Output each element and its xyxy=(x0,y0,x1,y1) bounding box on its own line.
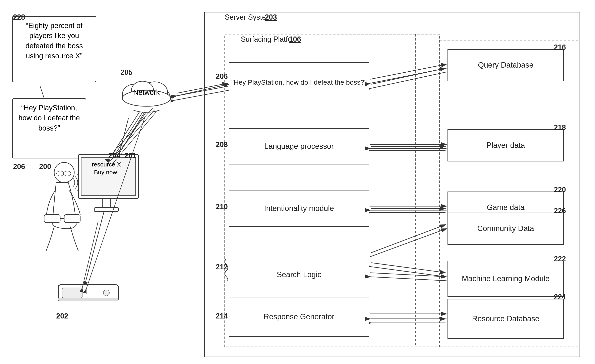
svg-line-69 xyxy=(370,277,446,281)
ref-204: 204 xyxy=(108,151,120,160)
ref-220: 220 xyxy=(554,186,566,194)
network-cloud: Network xyxy=(116,72,177,119)
ref-206: 206 xyxy=(216,72,228,81)
svg-line-55 xyxy=(177,86,228,96)
query-database-box: Query Database xyxy=(447,49,564,81)
language-processor-box: Language processor xyxy=(229,128,369,164)
query-box: "Hey PlayStation, how do I defeat the bo… xyxy=(229,62,369,102)
ref-208: 208 xyxy=(216,140,228,149)
svg-line-62 xyxy=(370,68,446,83)
ref-216: 216 xyxy=(554,43,566,52)
svg-line-24 xyxy=(371,225,446,253)
ref-206-left: 206 xyxy=(13,162,25,171)
community-data-box: Community Data xyxy=(447,213,564,245)
svg-line-68 xyxy=(370,273,446,277)
ref-200: 200 xyxy=(39,162,51,171)
ref-226: 226 xyxy=(554,207,566,215)
ref-224: 224 xyxy=(554,293,566,301)
svg-rect-51 xyxy=(58,298,118,301)
svg-line-26 xyxy=(371,267,446,277)
intentionality-module-box: Intentionality module xyxy=(229,190,369,227)
speech-bubble-2: “Hey PlayStation, how do I defeat the bo… xyxy=(12,98,86,158)
ref-228: 228 xyxy=(13,13,25,21)
speech-bubble-1: “Eighty percent of players like you defe… xyxy=(12,16,96,82)
ref-210: 210 xyxy=(216,203,228,211)
ref-222: 222 xyxy=(554,255,566,263)
console xyxy=(56,279,120,308)
svg-rect-41 xyxy=(44,215,60,223)
svg-point-50 xyxy=(103,290,109,296)
svg-line-18 xyxy=(371,68,446,84)
svg-line-25 xyxy=(371,263,446,273)
svg-line-61 xyxy=(370,64,446,79)
svg-point-37 xyxy=(54,162,74,182)
svg-line-19 xyxy=(371,72,446,88)
resource-database-box: Resource Database xyxy=(447,299,564,339)
svg-rect-49 xyxy=(62,288,82,298)
ref-205: 205 xyxy=(120,68,132,77)
ref-201: 201 xyxy=(124,151,136,160)
player-data-box: Player data xyxy=(447,129,564,161)
svg-line-11 xyxy=(175,84,229,96)
network-label: Network xyxy=(128,88,164,97)
response-generator-box: Response Generator xyxy=(229,297,369,337)
ref-218: 218 xyxy=(554,123,566,132)
svg-rect-46 xyxy=(102,199,110,209)
surfacing-platform-num: 106 xyxy=(289,35,301,43)
svg-line-54 xyxy=(177,83,228,93)
machine-learning-box: Machine Learning Module xyxy=(447,261,564,297)
svg-rect-47 xyxy=(94,208,118,212)
ref-202: 202 xyxy=(56,312,68,320)
server-system-num: 203 xyxy=(265,13,277,21)
monitor: resource XBuy now! xyxy=(76,152,141,217)
ref-214: 214 xyxy=(216,312,228,320)
svg-line-67 xyxy=(370,229,446,257)
svg-line-12 xyxy=(175,90,229,100)
